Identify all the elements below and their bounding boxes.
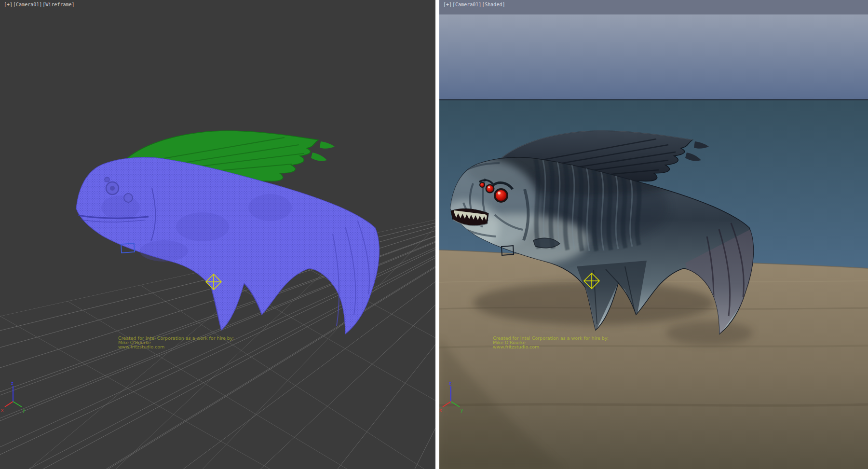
viewport-expand-button[interactable]: [+] — [4, 2, 13, 7]
viewport-expand-button[interactable]: [+] — [443, 2, 452, 7]
watermark-line3: www.fritzstudio.com — [493, 344, 539, 349]
axis-z-label: z — [11, 381, 14, 386]
viewport-label-left: [+][Camera01][Wireframe] — [4, 1, 75, 8]
viewport-camera-menu[interactable]: [Camera01] — [452, 2, 481, 7]
axis-x-label: x — [1, 408, 4, 413]
axis-z-label: z — [449, 381, 451, 386]
watermark-line3: www.fritzstudio.com — [118, 344, 164, 349]
viewport-shaded[interactable]: Created for Intel Corporation as a work … — [439, 0, 868, 469]
viewport-camera-menu[interactable]: [Camera01] — [13, 2, 42, 7]
viewport-label-right: [+][Camera01][Shaded] — [443, 1, 505, 8]
axis-x-label: x — [439, 408, 442, 413]
axis-y-label: y — [23, 408, 26, 413]
wireframe-scene-svg[interactable]: Created for Intel Corporation as a work … — [0, 0, 435, 469]
viewport-wireframe[interactable]: Created for Intel Corporation as a work … — [0, 0, 435, 469]
axis-y-label: y — [461, 408, 463, 413]
shaded-scene-svg[interactable]: Created for Intel Corporation as a work … — [439, 0, 868, 469]
dual-viewport-window: Created for Intel Corporation as a work … — [0, 0, 868, 472]
sky — [439, 14, 868, 100]
viewport-shading-menu[interactable]: [Shaded] — [482, 2, 505, 7]
viewport-shading-menu[interactable]: [Wireframe] — [42, 2, 74, 7]
viewport-splitter[interactable] — [435, 0, 439, 469]
